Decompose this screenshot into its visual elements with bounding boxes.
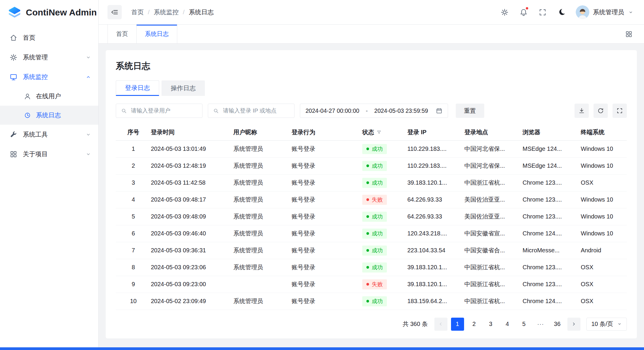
monitor-icon — [10, 73, 18, 81]
reset-button[interactable]: 重置 — [456, 104, 484, 118]
pagination-prev-button[interactable] — [434, 318, 447, 331]
cell-location: 中国浙江省杭... — [464, 259, 523, 276]
breadcrumb-item-monitor[interactable]: 系统监控 — [154, 8, 179, 16]
cell-behavior: 账号登录 — [292, 259, 362, 276]
clock-icon — [24, 112, 31, 119]
cell-location: 中国安徽省合... — [464, 242, 523, 259]
sidebar-collapse-button[interactable] — [107, 5, 122, 19]
page-size-select[interactable]: 10 条/页 — [586, 318, 627, 331]
cell-ip: 110.229.183.... — [407, 140, 464, 157]
expand-icon — [539, 8, 547, 16]
status-badge: 成功 — [362, 212, 387, 222]
wrench-icon — [10, 131, 18, 139]
expand-icon — [616, 107, 623, 114]
export-button[interactable] — [575, 104, 589, 118]
col-status: 状态 — [362, 124, 407, 140]
cell-behavior: 账号登录 — [292, 242, 362, 259]
tab-login-logs[interactable]: 登录日志 — [116, 80, 159, 96]
dark-mode-button[interactable] — [557, 7, 566, 17]
settings-button[interactable] — [500, 7, 509, 17]
cell-status: 成功 — [362, 259, 407, 276]
pagination-next-button[interactable] — [567, 318, 580, 331]
cell-ip: 64.226.93.33 — [407, 208, 464, 225]
notifications-button[interactable] — [519, 7, 528, 17]
notification-dot — [525, 7, 529, 10]
date-range-picker[interactable]: 2024-04-27 00:00:00 - 2024-05-03 23:59:5… — [300, 104, 448, 118]
main-area: 首页 / 系统监控 / 系统日志 — [99, 0, 644, 350]
cell-nickname — [233, 276, 292, 293]
filter-icon[interactable] — [376, 130, 382, 135]
cell-login-time: 2024-05-03 09:36:31 — [151, 242, 233, 259]
table-row: 92024-05-03 09:23:00账号登录失败39.183.120.1..… — [116, 276, 627, 293]
date-start: 2024-04-27 00:00:00 — [306, 107, 359, 114]
chevron-down-icon — [86, 132, 91, 137]
app-logo[interactable]: ContiNew Admin — [0, 0, 98, 25]
cell-status: 成功 — [362, 174, 407, 191]
col-status-label: 状态 — [362, 128, 374, 136]
cell-login-time: 2024-05-03 13:01:49 — [151, 140, 233, 157]
pagination-page-2[interactable]: 2 — [468, 318, 481, 331]
cell-index: 10 — [116, 293, 151, 310]
search-ip-input[interactable] — [222, 107, 289, 114]
cell-status: 成功 — [362, 293, 407, 310]
sidebar-item-system-tools[interactable]: 系统工具 — [0, 125, 98, 144]
cell-index: 2 — [116, 157, 151, 174]
cell-behavior: 账号登录 — [292, 208, 362, 225]
table-row: 32024-05-03 11:42:58系统管理员账号登录成功39.183.12… — [116, 174, 627, 191]
breadcrumb-item-home[interactable]: 首页 — [131, 8, 144, 16]
pagination-ellipsis[interactable]: ··· — [534, 318, 547, 331]
sidebar-item-system-logs[interactable]: 系统日志 — [0, 106, 98, 125]
status-badge: 成功 — [362, 144, 387, 154]
user-menu[interactable]: 系统管理员 — [576, 5, 633, 19]
tab-label: 系统日志 — [145, 30, 169, 38]
cell-location: 中国安徽省宣... — [464, 225, 523, 242]
col-os: 终端系统 — [581, 124, 627, 140]
cell-os: Android — [581, 242, 627, 259]
sidebar-item-system-monitor[interactable]: 系统监控 — [0, 67, 98, 87]
sidebar-item-label: 首页 — [23, 34, 35, 42]
pagination-page-3[interactable]: 3 — [484, 318, 497, 331]
cell-browser: Chrome 123.... — [523, 191, 581, 208]
cell-behavior: 账号登录 — [292, 191, 362, 208]
col-ip: 登录 IP — [407, 124, 464, 140]
cell-nickname: 系统管理员 — [233, 225, 292, 242]
cell-ip: 120.243.218.... — [407, 225, 464, 242]
cell-behavior: 账号登录 — [292, 140, 362, 157]
fullscreen-button[interactable] — [538, 7, 547, 17]
cell-browser: Chrome 123.... — [523, 259, 581, 276]
col-nickname: 用户昵称 — [233, 124, 292, 140]
sidebar-item-about-project[interactable]: 关于项目 — [0, 144, 98, 164]
tab-label: 登录日志 — [125, 84, 150, 92]
chevron-left-icon — [438, 322, 443, 327]
cell-os: Windows 10 — [581, 140, 627, 157]
search-user-input[interactable] — [130, 107, 197, 114]
sidebar-item-system-management[interactable]: 系统管理 — [0, 47, 98, 67]
cell-behavior: 账号登录 — [292, 174, 362, 191]
refresh-button[interactable] — [594, 104, 608, 118]
tab-layout-button[interactable] — [625, 30, 634, 39]
header: 首页 / 系统监控 / 系统日志 — [99, 0, 644, 25]
refresh-icon — [597, 107, 604, 114]
cell-ip: 39.183.120.1... — [407, 259, 464, 276]
tabs-bar: 首页 系统日志 — [99, 25, 644, 44]
tab-home[interactable]: 首页 — [107, 25, 137, 43]
search-user-box — [116, 104, 202, 118]
cell-os: Windows 10 — [581, 191, 627, 208]
cell-status: 失败 — [362, 191, 407, 208]
sidebar-item-online-users[interactable]: 在线用户 — [0, 87, 98, 106]
pagination-page-1[interactable]: 1 — [451, 318, 464, 331]
pagination-page-36[interactable]: 36 — [551, 318, 564, 331]
menu-fold-icon — [111, 8, 118, 16]
cell-os: OSX — [581, 259, 627, 276]
tab-operation-logs[interactable]: 操作日志 — [162, 80, 205, 96]
pagination-page-4[interactable]: 4 — [501, 318, 514, 331]
tab-system-logs[interactable]: 系统日志 — [137, 25, 177, 43]
table-header-row: 序号 登录时间 用户昵称 登录行为 状态 登录 IP 登录 — [116, 124, 627, 140]
status-badge: 成功 — [362, 161, 387, 171]
download-icon — [578, 107, 585, 114]
table-fullscreen-button[interactable] — [613, 104, 627, 118]
cell-browser: MSEdge 124... — [523, 157, 581, 174]
cell-nickname: 系统管理员 — [233, 242, 292, 259]
pagination-page-5[interactable]: 5 — [518, 318, 531, 331]
sidebar-item-home[interactable]: 首页 — [0, 28, 98, 47]
